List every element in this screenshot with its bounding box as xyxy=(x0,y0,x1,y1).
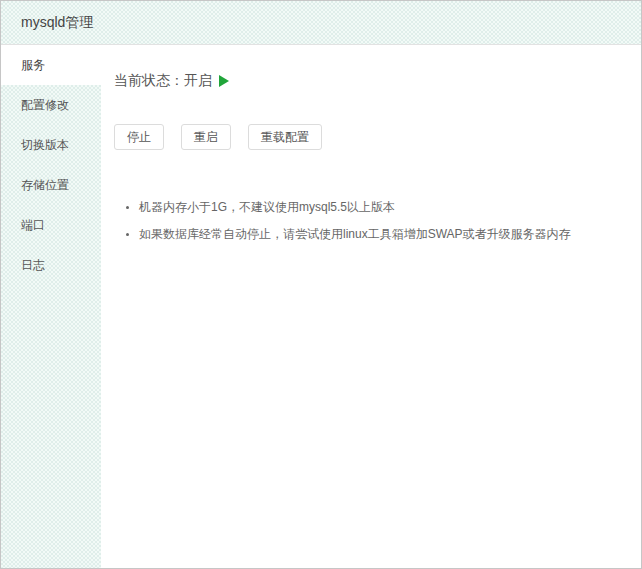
sidebar: 服务 配置修改 切换版本 存储位置 端口 日志 xyxy=(1,45,101,568)
dialog-body: 服务 配置修改 切换版本 存储位置 端口 日志 当前状态：开启 停止 重启 重载… xyxy=(1,45,641,568)
sidebar-item-config-edit[interactable]: 配置修改 xyxy=(1,85,101,125)
reload-config-button[interactable]: 重载配置 xyxy=(248,124,322,150)
mysqld-manage-dialog: mysqld管理 服务 配置修改 切换版本 存储位置 端口 日志 当前状态：开启… xyxy=(0,0,642,569)
service-actions: 停止 重启 重载配置 xyxy=(114,124,625,150)
status-value: 开启 xyxy=(184,72,212,90)
sidebar-item-log[interactable]: 日志 xyxy=(1,245,101,285)
sidebar-item-switch-version[interactable]: 切换版本 xyxy=(1,125,101,165)
play-triangle-icon xyxy=(219,75,229,87)
note-item-swap: 如果数据库经常自动停止，请尝试使用linux工具箱增加SWAP或者升级服务器内存 xyxy=(139,225,625,243)
note-item-memory: 机器内存小于1G，不建议使用mysql5.5以上版本 xyxy=(139,198,625,216)
sidebar-item-storage-location[interactable]: 存储位置 xyxy=(1,165,101,205)
restart-button[interactable]: 重启 xyxy=(181,124,231,150)
dialog-title: mysqld管理 xyxy=(21,14,93,32)
service-panel: 当前状态：开启 停止 重启 重载配置 机器内存小于1G，不建议使用mysql5.… xyxy=(101,45,641,568)
status-label: 当前状态： xyxy=(114,72,184,90)
stop-button[interactable]: 停止 xyxy=(114,124,164,150)
dialog-titlebar: mysqld管理 xyxy=(1,1,641,45)
notes-list: 机器内存小于1G，不建议使用mysql5.5以上版本 如果数据库经常自动停止，请… xyxy=(126,198,625,243)
status-line: 当前状态：开启 xyxy=(114,72,625,90)
sidebar-item-port[interactable]: 端口 xyxy=(1,205,101,245)
sidebar-item-service[interactable]: 服务 xyxy=(1,45,101,85)
